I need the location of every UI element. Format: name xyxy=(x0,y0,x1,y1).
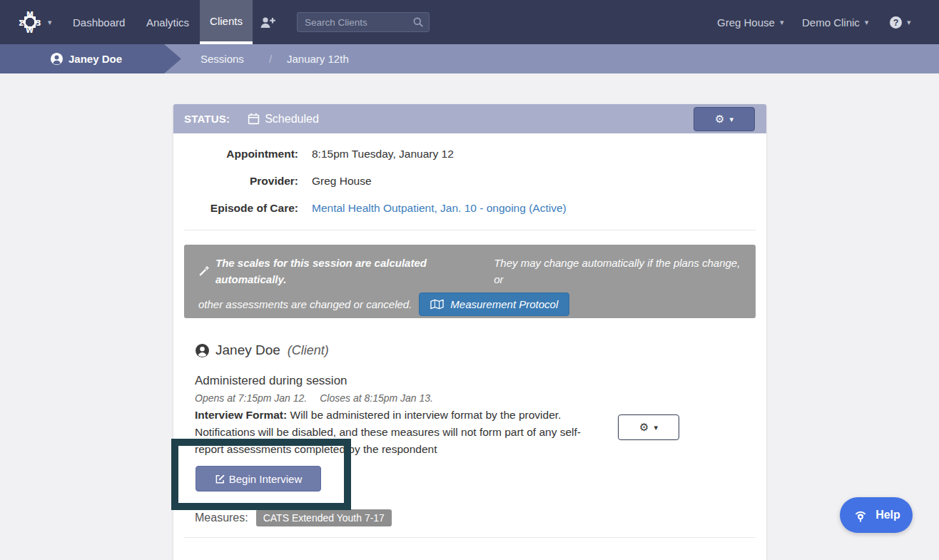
nav-item-clients[interactable]: Clients xyxy=(200,0,253,44)
session-card: STATUS: Scheduled ⚙ ▾ Appointment: 8:15p… xyxy=(173,104,766,560)
search-input[interactable] xyxy=(297,12,430,32)
breadcrumb-client-label: Janey Doe xyxy=(68,53,122,65)
user-plus-icon xyxy=(260,16,276,29)
interview-line1: Will be administered in interview format… xyxy=(287,409,561,421)
beacon-icon xyxy=(852,506,869,524)
app-logo-menu[interactable]: Σ M 3 W ▾ xyxy=(19,0,52,44)
top-navbar: Σ M 3 W ▾ Dashboard Analytics Clients xyxy=(0,0,939,44)
help-menu[interactable]: ? ▾ xyxy=(889,0,911,44)
status-actions-button[interactable]: ⚙ ▾ xyxy=(694,107,755,131)
detail-label: Appointment: xyxy=(173,146,298,163)
calendar-icon xyxy=(248,113,260,125)
chevron-down-icon: ▾ xyxy=(729,116,734,123)
nav-item-analytics[interactable]: Analytics xyxy=(146,0,189,44)
auto-scales-alert: The scales for this session are calculat… xyxy=(184,245,756,318)
divider xyxy=(184,537,756,538)
client-role: (Client) xyxy=(288,343,329,358)
svg-text:M: M xyxy=(26,11,34,19)
gear-icon: ⚙ xyxy=(715,114,724,125)
alert-text-bold: The scales for this session are calculat… xyxy=(215,255,488,287)
client-name: Janey Doe xyxy=(215,342,280,358)
app-screen: Σ M 3 W ▾ Dashboard Analytics Clients xyxy=(0,0,939,560)
chevron-down-icon: ▾ xyxy=(865,19,869,26)
svg-text:W: W xyxy=(26,26,34,34)
chevron-down-icon: ▾ xyxy=(780,19,784,26)
add-client-button[interactable] xyxy=(260,0,276,44)
nav-item-dashboard[interactable]: Dashboard xyxy=(73,0,125,44)
clinic-menu-label: Demo Clinic xyxy=(802,16,860,29)
breadcrumb-client[interactable]: Janey Doe xyxy=(0,44,181,73)
measure-actions-button[interactable]: ⚙ ▾ xyxy=(618,414,679,440)
begin-interview-button[interactable]: Begin Interview xyxy=(196,466,321,492)
user-circle-icon xyxy=(195,343,210,358)
gear-icon: ⚙ xyxy=(639,422,649,433)
breadcrumb-current: January 12th xyxy=(287,44,349,73)
chevron-down-icon: ▾ xyxy=(48,19,52,26)
question-circle-icon: ? xyxy=(889,16,903,29)
closes-text: Closes at 8:15pm Jan 13. xyxy=(320,392,433,404)
detail-value: 8:15pm Tuesday, January 12 xyxy=(312,146,454,163)
detail-value: Greg House xyxy=(312,173,372,190)
help-label: Help xyxy=(875,509,900,521)
detail-row-appointment: Appointment: 8:15pm Tuesday, January 12 xyxy=(173,146,766,163)
measures-row: Measures: CATS Extended Youth 7-17 xyxy=(195,509,392,526)
measures-label: Measures: xyxy=(195,511,248,524)
interview-format-paragraph: Interview Format: Will be administered i… xyxy=(195,407,623,458)
star-logo-icon: Σ M 3 W xyxy=(19,11,41,34)
schedule-text: Opens at 7:15pm Jan 12. Closes at 8:15pm… xyxy=(195,392,433,404)
detail-label: Provider: xyxy=(173,173,298,190)
edit-icon xyxy=(215,474,225,484)
detail-row-provider: Provider: Greg House xyxy=(173,173,766,190)
chevron-down-icon: ▾ xyxy=(654,424,658,432)
magic-wand-icon xyxy=(198,265,210,277)
breadcrumb-separator: / xyxy=(269,44,272,73)
svg-text:?: ? xyxy=(893,17,899,27)
interview-line2: Notifications will be disabled, and thes… xyxy=(195,424,623,441)
status-label: STATUS: xyxy=(184,113,230,125)
client-search xyxy=(297,12,430,32)
user-menu[interactable]: Greg House ▾ xyxy=(717,0,783,44)
breadcrumb-sessions[interactable]: Sessions xyxy=(201,44,244,73)
search-icon xyxy=(412,16,424,28)
measure-badge: CATS Extended Youth 7-17 xyxy=(256,509,392,526)
alert-text: They may change automatically if the pla… xyxy=(494,255,741,287)
breadcrumb: Janey Doe Sessions / January 12th xyxy=(0,44,939,73)
detail-label: Episode of Care: xyxy=(173,200,298,217)
svg-text:3: 3 xyxy=(36,19,41,28)
interview-format-label: Interview Format: xyxy=(195,409,287,421)
divider xyxy=(184,230,756,230)
status-header: STATUS: Scheduled ⚙ ▾ xyxy=(173,104,766,133)
help-button[interactable]: Help xyxy=(840,497,913,533)
measurement-protocol-button[interactable]: Measurement Protocol xyxy=(419,292,569,316)
svg-text:Σ: Σ xyxy=(19,19,24,28)
clinic-menu[interactable]: Demo Clinic ▾ xyxy=(802,0,868,44)
chevron-down-icon: ▾ xyxy=(907,19,911,26)
protocol-button-label: Measurement Protocol xyxy=(450,298,558,310)
user-menu-label: Greg House xyxy=(717,16,775,29)
status-value: Scheduled xyxy=(265,113,319,126)
user-circle-icon xyxy=(50,52,64,66)
client-heading: Janey Doe (Client) xyxy=(195,342,329,358)
map-icon xyxy=(430,299,444,310)
interview-line3: report assessments completed by the resp… xyxy=(195,441,623,458)
alert-text-line2: other assessments are changed or cancele… xyxy=(198,298,412,310)
detail-row-episode: Episode of Care: Mental Health Outpatien… xyxy=(173,200,766,217)
opens-text: Opens at 7:15pm Jan 12. xyxy=(195,392,307,404)
section-subtitle: Administered during session xyxy=(195,374,347,388)
begin-interview-label: Begin Interview xyxy=(229,473,303,485)
episode-of-care-link[interactable]: Mental Health Outpatient, Jan. 10 - ongo… xyxy=(312,202,567,214)
